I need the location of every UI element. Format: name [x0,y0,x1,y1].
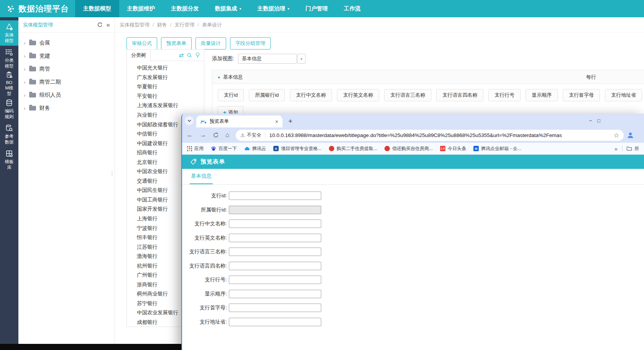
nav-item-master-data-governance[interactable]: 主数据治理▾ [250,0,298,17]
field-chip[interactable]: 支行首字母 [563,89,600,101]
sidebar-item-template-library[interactable]: 模板库 [0,147,18,172]
tab-search-chevron-button[interactable] [185,116,194,125]
refresh-icon[interactable] [97,22,103,28]
tree-folder-item[interactable]: › 财务 [18,102,115,115]
classification-tree-tab[interactable]: 分类树 [127,50,151,61]
breadcrumb-item[interactable]: 表单设计 [202,21,222,28]
toolbar-button[interactable]: 字段分组管理 [230,37,271,50]
form-field-input[interactable] [229,318,321,326]
tab-basic-info[interactable]: 基本信息 [190,173,213,184]
field-chip[interactable]: 支行中文名称 [290,89,332,101]
tree-folder-item[interactable]: › 会展 [18,36,115,50]
toolbar-button[interactable]: 审核公式 [127,37,157,50]
bookmark-housing-fund-2[interactable]: 偿还购买自住房商... [384,145,433,152]
reload-icon[interactable] [213,132,219,138]
sidebar-item-classification-model[interactable]: 分类模型 [0,46,18,71]
nav-item-master-data-maintenance[interactable]: 主数据维护 [119,0,163,17]
bookmark-apps[interactable]: 应用 [187,145,204,152]
toolbar-button[interactable]: 批量设计 [196,37,226,50]
preview-page-title: 预览表单 [200,158,225,165]
bookmark-housing-fund-1[interactable]: 购买二手住房提取... [329,145,377,152]
form-field-input[interactable] [229,234,321,242]
top-menu: 主数据模型 主数据维护 主数据分发 数据集成▾ 主数据治理▾ 门户管理 工作流 [75,0,369,17]
tree-folder-item[interactable]: › 组织人员 [18,89,115,102]
tree-folder-item[interactable]: › 商管 [18,63,115,76]
swap-icon[interactable]: ⇄ [179,52,184,59]
browser-tab-title: 预览表单 [210,118,275,125]
collapse-panel-icon[interactable]: « [107,21,110,28]
bank-list-item[interactable]: 中国光大银行 [127,63,204,73]
address-bar[interactable]: ⚠ 不安全 10.0.0.163:8988/masterdata/eweb/ti… [236,130,624,141]
view-select-value[interactable]: 基本信息 [238,54,297,64]
bank-list-item[interactable]: 上海浦东发展银行 [127,101,204,111]
search-icon[interactable] [187,53,192,58]
chevron-right-icon[interactable]: › [24,79,26,85]
tree-folder-item[interactable]: › 党建 [18,50,115,63]
form-field-label: 支行语言四名称: [182,262,227,269]
window-maximize-button[interactable]: □ [599,114,644,127]
form-field-input[interactable] [229,290,321,298]
nav-item-workflow[interactable]: 工作流 [336,0,369,17]
forward-icon[interactable]: → [200,131,206,139]
sidebar-item-entity-model[interactable]: 实体模型 [0,20,18,46]
breadcrumb-item[interactable]: 实体模型管理 [120,21,150,28]
bookmark-baidu[interactable]: 百度一下 [211,145,237,152]
field-chip[interactable]: 所属银行id [249,89,285,101]
sidebar-item-bom-model[interactable]: BOM模型 [0,71,18,96]
field-chip[interactable]: 支行地址省 [605,89,642,101]
browser-tab[interactable]: 预览表单 × [196,116,283,127]
bookmarks-overflow-icon[interactable]: » [614,145,618,152]
bookmark-toutiao[interactable]: 头条 今日头条 [440,145,466,152]
field-chip[interactable]: 支行英文名称 [337,89,379,101]
field-chip[interactable]: 支行语言四名称 [436,89,483,101]
sidebar-item-reference-data[interactable]: 参考数据 [0,122,18,147]
form-field-input[interactable] [229,304,321,312]
tab-close-icon[interactable]: × [275,119,278,125]
nav-item-master-data-distribution[interactable]: 主数据分发 [163,0,207,17]
form-field-input[interactable] [229,220,321,228]
bookmark-tencent-exmail[interactable]: M 腾讯企业邮箱 - 企... [473,145,521,152]
chevron-right-icon[interactable]: › [24,53,26,59]
bank-list-item[interactable]: 平安银行 [127,92,204,101]
lightbulb-icon[interactable] [195,52,200,58]
form-field-input[interactable] [229,276,321,284]
bookmark-pm-certificate[interactable]: A 项目管理专业资格... [273,145,322,152]
nav-item-data-integration[interactable]: 数据集成▾ [207,0,250,17]
chevron-right-icon[interactable]: › [24,106,26,111]
form-field-input[interactable] [229,192,321,200]
home-icon[interactable]: ⌂ [225,131,229,139]
tree-folder-item[interactable]: › 商管二期 [18,76,115,89]
form-field-input[interactable] [229,262,321,270]
new-tab-button[interactable]: + [288,117,292,125]
form-field-input[interactable] [229,248,321,256]
form-field-input[interactable] [229,206,321,214]
window-minimize-button[interactable]: − [582,114,599,127]
select-caret-icon[interactable]: ▾ [297,54,306,64]
profile-avatar-icon[interactable] [627,132,634,139]
chevron-right-icon[interactable]: › [24,66,26,72]
breadcrumb-separator: / [153,22,154,28]
nav-item-master-data-model[interactable]: 主数据模型 [75,0,119,17]
site-security-chip[interactable]: ⚠ 不安全 [240,132,265,139]
breadcrumb-item[interactable]: 支行管理 [174,21,194,28]
toolbar-button[interactable]: 预览表单 [161,37,192,50]
view-select[interactable]: 基本信息 ▾ [238,54,306,64]
field-chip[interactable]: 支行语言三名称 [384,89,431,101]
sidebar-item-encoding-rules[interactable]: 编码规则 [0,96,18,122]
chevron-right-icon[interactable]: › [24,92,26,98]
chevron-right-icon[interactable]: › [24,40,26,46]
bank-list-item[interactable]: 广东发展银行 [127,73,204,83]
breadcrumb-item[interactable]: 财务 [157,21,167,28]
bookmark-folder[interactable]: 所 [626,145,639,152]
bank-list-item[interactable]: 华夏银行 [127,82,204,92]
url-text[interactable]: 10.0.0.163:8988/masterdata/eweb/titlepag… [269,132,610,138]
bookmark-star-icon[interactable]: ☆ [614,132,619,139]
panel-resize-handle[interactable]: ⋮ [109,171,115,175]
browser-tab-strip: 预览表单 × + − □ [182,114,644,127]
bookmark-tencent-cloud[interactable]: 腾讯云 [244,145,266,152]
field-chip[interactable]: 支行行号 [488,89,521,101]
field-chip[interactable]: 支行id [218,89,244,101]
nav-item-portal-management[interactable]: 门户管理 [297,0,336,17]
field-chip[interactable]: 显示顺序 [526,89,558,101]
back-icon[interactable]: ← [187,131,193,139]
